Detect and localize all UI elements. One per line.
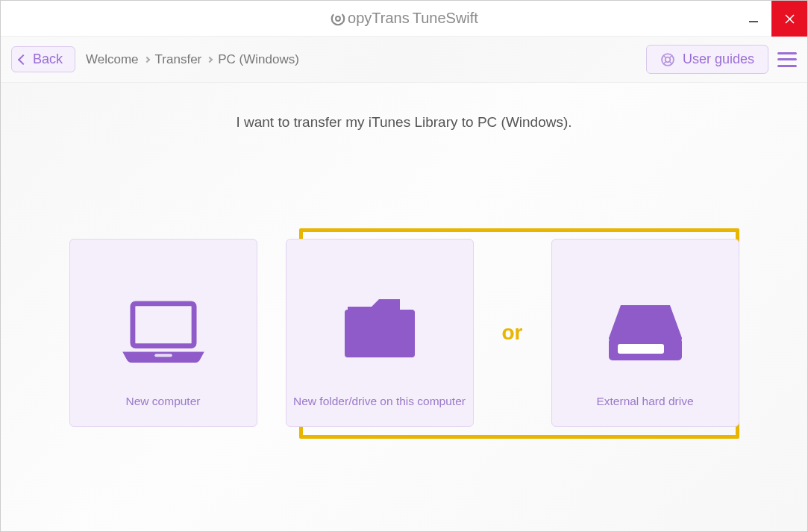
app-title: opyTrans TuneSwift bbox=[330, 10, 478, 27]
breadcrumb-item[interactable]: Transfer bbox=[155, 52, 202, 67]
breadcrumb: Welcome Transfer PC (Windows) bbox=[86, 52, 299, 67]
back-button[interactable]: Back bbox=[11, 46, 75, 72]
menu-button[interactable] bbox=[777, 52, 797, 67]
svg-line-10 bbox=[669, 61, 671, 63]
options-row: New computer New folder/drive on this co… bbox=[1, 239, 807, 427]
chevron-right-icon bbox=[143, 56, 149, 62]
chevron-right-icon bbox=[207, 56, 213, 62]
minimize-icon bbox=[748, 13, 759, 24]
svg-rect-12 bbox=[154, 354, 172, 357]
breadcrumb-item[interactable]: PC (Windows) bbox=[218, 52, 299, 67]
brand-text-1: opyTrans bbox=[348, 10, 410, 27]
chevron-left-icon bbox=[18, 54, 28, 64]
option-external-drive[interactable]: External hard drive bbox=[551, 239, 739, 427]
back-button-label: Back bbox=[33, 51, 63, 67]
or-separator: or bbox=[502, 321, 523, 345]
lifebuoy-icon bbox=[660, 52, 675, 67]
svg-rect-14 bbox=[618, 344, 664, 354]
toolbar: Back Welcome Transfer PC (Windows) User … bbox=[1, 37, 807, 83]
svg-point-6 bbox=[665, 57, 671, 62]
svg-line-8 bbox=[669, 55, 671, 57]
option-label: New computer bbox=[126, 395, 201, 408]
hamburger-icon bbox=[777, 52, 797, 54]
window-controls bbox=[736, 1, 807, 37]
laptop-icon bbox=[119, 299, 207, 369]
close-icon bbox=[785, 14, 795, 24]
close-button[interactable] bbox=[771, 1, 807, 37]
option-new-folder[interactable]: New folder/drive on this computer bbox=[286, 239, 474, 427]
svg-line-9 bbox=[663, 61, 665, 63]
page-headline: I want to transfer my iTunes Library to … bbox=[1, 114, 807, 131]
svg-line-7 bbox=[663, 55, 665, 57]
svg-point-1 bbox=[336, 16, 340, 21]
hard-drive-icon bbox=[604, 301, 686, 367]
folder-icon bbox=[339, 295, 421, 365]
user-guides-button[interactable]: User guides bbox=[646, 45, 768, 74]
svg-point-0 bbox=[330, 10, 346, 27]
brand-logo-icon bbox=[330, 10, 346, 27]
user-guides-label: User guides bbox=[683, 51, 754, 67]
svg-rect-11 bbox=[132, 304, 193, 346]
content-area: I want to transfer my iTunes Library to … bbox=[1, 83, 807, 531]
option-new-computer[interactable]: New computer bbox=[69, 239, 257, 427]
toolbar-right: User guides bbox=[646, 45, 797, 74]
titlebar: opyTrans TuneSwift bbox=[1, 1, 807, 37]
option-label: New folder/drive on this computer bbox=[293, 395, 466, 408]
option-label: External hard drive bbox=[596, 395, 693, 408]
minimize-button[interactable] bbox=[736, 1, 771, 37]
breadcrumb-item[interactable]: Welcome bbox=[86, 52, 139, 67]
svg-rect-2 bbox=[749, 21, 758, 22]
app-window: opyTrans TuneSwift Back Welcom bbox=[0, 0, 808, 532]
brand-text-2: TuneSwift bbox=[413, 10, 478, 27]
